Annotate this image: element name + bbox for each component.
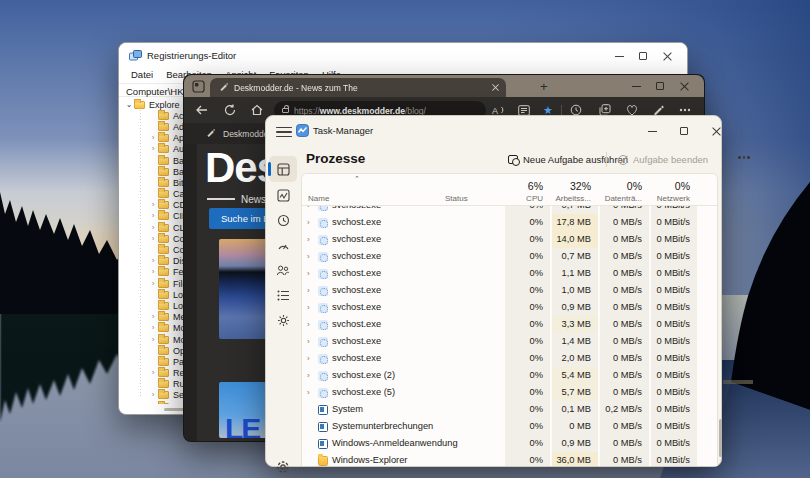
chevron-right-icon[interactable]: ›: [149, 235, 157, 243]
tm-close-button[interactable]: [704, 122, 728, 140]
chevron-right-icon[interactable]: ›: [307, 371, 310, 380]
sidebar-item-processes[interactable]: [269, 156, 297, 182]
process-network: 0 MBit/s: [651, 265, 697, 282]
process-disk: 0 MB/s: [600, 316, 649, 333]
process-row[interactable]: Windows-Explorer 0% 36,0 MB 0 MB/s 0 MBi…: [302, 452, 717, 466]
new-tab-button[interactable]: +: [540, 80, 548, 93]
chevron-right-icon[interactable]: ›: [149, 369, 157, 377]
registry-app-icon: [129, 50, 142, 63]
chevron-right-icon[interactable]: ›: [307, 206, 310, 210]
chevron-right-icon[interactable]: ›: [149, 134, 157, 142]
chevron-right-icon[interactable]: ›: [149, 145, 157, 153]
process-row[interactable]: System 0% 0,1 MB 0,2 MB/s 0 MBit/s: [302, 401, 717, 418]
chevron-right-icon[interactable]: ›: [149, 391, 157, 399]
more-options-button[interactable]: [738, 156, 750, 159]
chevron-right-icon[interactable]: ›: [149, 212, 157, 220]
chevron-right-icon[interactable]: ›: [307, 388, 310, 397]
chevron-right-icon[interactable]: ›: [149, 268, 157, 276]
tab-close-icon[interactable]: [491, 83, 500, 92]
chevron-right-icon[interactable]: ›: [307, 252, 310, 261]
process-row[interactable]: › svchost.exe 0% 14,0 MB 0 MB/s 0 MBit/s: [302, 231, 717, 248]
column-name[interactable]: Name: [308, 194, 388, 203]
column-memory[interactable]: Arbeitss...: [552, 194, 591, 203]
registry-close-button[interactable]: [655, 47, 679, 65]
chevron-right-icon[interactable]: ›: [149, 224, 157, 232]
column-disk[interactable]: Datenträ...: [600, 194, 642, 203]
edge-tab-deskmodder[interactable]: Deskmodder.de - News zum The: [210, 78, 506, 97]
tab-actions-icon[interactable]: [192, 80, 205, 93]
lego-letters: LE: [225, 412, 259, 438]
end-task-icon: [618, 155, 628, 165]
process-memory: 0,1 MB: [552, 401, 598, 418]
tm-minimize-button[interactable]: [640, 122, 664, 140]
chevron-right-icon[interactable]: ›: [149, 403, 157, 404]
column-status[interactable]: Status: [445, 194, 505, 203]
task-manager-window-title: Task-Manager: [313, 125, 373, 136]
column-cpu[interactable]: CPU: [505, 194, 543, 203]
sidebar-item-app-history[interactable]: [269, 207, 297, 233]
process-row[interactable]: › svchost.exe 0% 1,4 MB 0 MB/s 0 MBit/s: [302, 333, 717, 350]
chevron-right-icon[interactable]: ›: [307, 354, 310, 363]
process-list-scrollbar[interactable]: [719, 419, 722, 457]
end-task-button[interactable]: Aufgabe beenden: [612, 149, 714, 170]
process-icon: [318, 320, 328, 330]
process-icon: [318, 439, 328, 449]
process-row[interactable]: › svchost.exe 0% 17,8 MB 0 MB/s 0 MBit/s: [302, 214, 717, 231]
process-cpu: 0%: [505, 265, 550, 282]
process-cpu: 0%: [505, 350, 550, 367]
edge-close-button[interactable]: [672, 77, 696, 95]
process-row[interactable]: › svchost.exe 0% 1,1 MB 0 MB/s 0 MBit/s: [302, 265, 717, 282]
sidebar-item-startup-apps[interactable]: [269, 232, 297, 258]
tm-maximize-button[interactable]: [672, 122, 696, 140]
chevron-right-icon[interactable]: ›: [307, 235, 310, 244]
process-row[interactable]: › svchost.exe 0% 1,0 MB 0 MB/s 0 MBit/s: [302, 282, 717, 299]
folder-icon: [158, 134, 169, 142]
edge-minimize-button[interactable]: [624, 77, 648, 95]
edge-maximize-button[interactable]: [648, 77, 672, 95]
process-row[interactable]: › svchost.exe 0% 3,3 MB 0 MB/s 0 MBit/s: [302, 316, 717, 333]
chevron-right-icon[interactable]: ›: [307, 218, 310, 227]
chevron-right-icon[interactable]: ›: [149, 313, 157, 321]
process-row[interactable]: › svchost.exe 0% 0,9 MB 0 MB/s 0 MBit/s: [302, 299, 717, 316]
folder-icon: [158, 145, 169, 153]
column-network[interactable]: Netzwerk: [651, 194, 690, 203]
menu-datei[interactable]: Datei: [131, 69, 162, 83]
process-row[interactable]: › svchost.exe (2) 0% 5,4 MB 0 MB/s 0 MBi…: [302, 367, 717, 384]
sidebar-item-settings[interactable]: [269, 454, 297, 478]
hamburger-menu-icon[interactable]: [276, 124, 292, 138]
sidebar-item-performance[interactable]: [269, 182, 297, 208]
chevron-right-icon[interactable]: ›: [307, 320, 310, 329]
process-row[interactable]: › svchost.exe (5) 0% 5,7 MB 0 MB/s 0 MBi…: [302, 384, 717, 401]
process-row[interactable]: Systemunterbrechungen 0% 0 MB 0 MB/s 0 M…: [302, 418, 717, 435]
registry-maximize-button[interactable]: [631, 47, 655, 65]
process-row[interactable]: Windows-Anmeldeanwendung 0% 0,9 MB 0 MB/…: [302, 435, 717, 452]
process-row[interactable]: › svchost.exe 0% 2,0 MB 0 MB/s 0 MBit/s: [302, 350, 717, 367]
chevron-right-icon[interactable]: ›: [149, 201, 157, 209]
process-row[interactable]: › svchost.exe 0% 0,7 MB 0 MB/s 0 MBit/s: [302, 248, 717, 265]
process-name: Windows-Explorer: [332, 455, 407, 465]
folder-icon: [158, 190, 169, 198]
immersive-reader-icon: [518, 105, 530, 116]
chevron-right-icon[interactable]: ›: [149, 336, 157, 344]
chevron-right-icon[interactable]: ›: [149, 280, 157, 288]
back-button[interactable]: [191, 97, 213, 123]
chevron-right-icon[interactable]: ›: [149, 324, 157, 332]
sidebar-item-services[interactable]: [269, 307, 297, 333]
chevron-down-icon[interactable]: ⌄: [125, 101, 133, 109]
process-network: 0 MBit/s: [651, 333, 697, 350]
chevron-right-icon[interactable]: ›: [307, 286, 310, 295]
process-row[interactable]: › svchost.exe 0% 0,7 MB 0 MB/s 0 MBit/s: [302, 206, 717, 214]
refresh-button[interactable]: [219, 97, 241, 123]
sidebar-item-users[interactable]: [269, 257, 297, 283]
folder-icon: [158, 358, 169, 366]
sidebar-item-details[interactable]: [269, 282, 297, 308]
registry-minimize-button[interactable]: [607, 47, 631, 65]
chevron-right-icon[interactable]: ›: [149, 257, 157, 265]
chevron-right-icon[interactable]: ›: [307, 269, 310, 278]
users-icon: [276, 264, 290, 277]
process-network: 0 MBit/s: [651, 248, 697, 265]
chevron-right-icon[interactable]: ›: [307, 337, 310, 346]
process-cpu: 0%: [505, 333, 550, 350]
process-icon: [318, 218, 328, 228]
chevron-right-icon[interactable]: ›: [307, 303, 310, 312]
